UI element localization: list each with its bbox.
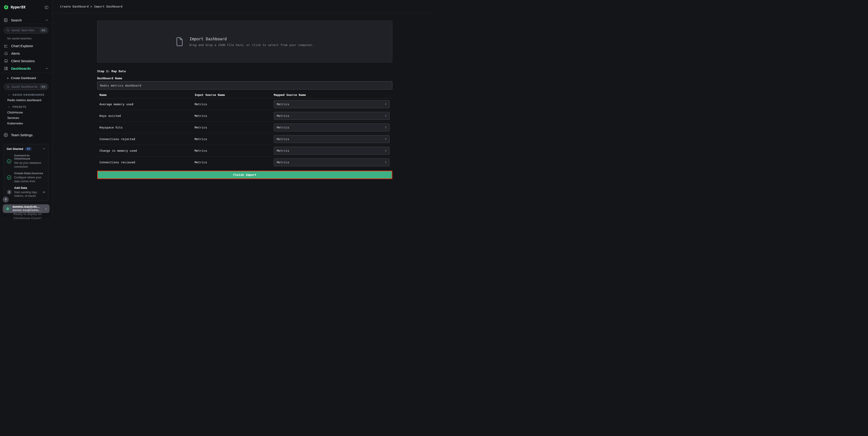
check-circle-icon: [7, 159, 11, 164]
sidebar-item-kubernetes[interactable]: Kubernetes: [0, 121, 52, 125]
mapped-source-select[interactable]: Metrics: [274, 112, 390, 120]
task-create-data-sources[interactable]: Create Data Sources Configure where your…: [7, 172, 45, 183]
chart-icon: [4, 44, 8, 48]
search-section-label: Search: [11, 18, 22, 22]
search-icon: [6, 85, 9, 88]
user-info: dominic.tran@clic... dominic.tran@clickh…: [12, 205, 42, 212]
cell-name: Average memory used: [97, 103, 194, 106]
nav-label: Chart Explorer: [11, 44, 33, 48]
dropzone-subtitle: Drag and drop a JSON file here, or click…: [190, 43, 314, 47]
chevron-down-icon: [7, 106, 10, 109]
cell-mapped-source: Metrics: [274, 135, 392, 143]
select-chevrons-icon: [384, 103, 388, 106]
sidebar: HyperDX Search Saved Searches ⌘K N: [0, 0, 52, 218]
search-icon: [6, 29, 9, 32]
select-value: Metrics: [277, 114, 289, 118]
app-logo[interactable]: HyperDX: [4, 5, 26, 10]
sidebar-item-chart-explorer[interactable]: Chart Explorer: [0, 42, 52, 50]
task-add-data[interactable]: 3 Add Data Start sending logs, metrics, …: [7, 186, 45, 198]
laptop-icon: [4, 59, 8, 63]
mapped-source-select[interactable]: Metrics: [274, 147, 390, 155]
sidebar-collapse-button[interactable]: [44, 5, 49, 9]
search-journal-icon: [4, 18, 8, 22]
sidebar-item-team-settings[interactable]: Team Settings: [0, 131, 52, 139]
app-name: HyperDX: [11, 5, 26, 9]
mapped-source-select[interactable]: Metrics: [274, 100, 390, 108]
cell-name: Keys evicted: [97, 114, 194, 118]
finish-import-button[interactable]: Finish Import: [97, 171, 392, 179]
cell-input-source: Metrics: [194, 137, 274, 141]
create-dashboard-button[interactable]: + Create Dashboard: [0, 76, 52, 80]
logo-row: HyperDX: [0, 4, 52, 11]
json-dropzone[interactable]: Import Dashboard Drag and drop a JSON fi…: [97, 21, 392, 62]
select-chevrons-icon: [384, 126, 388, 129]
get-started-progress-badge: 2/3: [25, 147, 32, 151]
select-value: Metrics: [277, 137, 289, 141]
select-chevrons-icon: [384, 114, 388, 117]
select-chevrons-icon: [384, 149, 388, 152]
main-area: Create Dashboard > Import Dashboard Impo…: [53, 0, 434, 218]
create-dashboard-label: Create Dashboard: [11, 76, 36, 80]
saved-dashboards-input[interactable]: Saved Dashboards ⌘K: [4, 84, 49, 90]
cell-input-source: Metrics: [194, 103, 274, 106]
shortcut-badge: ⌘K: [40, 85, 47, 89]
select-value: Metrics: [277, 103, 289, 106]
dropzone-title: Import Dashboard: [190, 37, 314, 41]
select-chevrons-icon: [384, 137, 388, 141]
sidebar-item-dashboards[interactable]: Dashboards: [0, 65, 52, 72]
sidebar-item-clickhouse[interactable]: ClickHouse: [0, 111, 52, 114]
saved-dashboards-placeholder: Saved Dashboards: [11, 85, 38, 88]
gear-icon: [4, 133, 8, 137]
deploy-promo-line2: ClickHouse Cloud?: [13, 216, 42, 218]
task-title: Connect to ClickHouse: [14, 154, 45, 161]
table-header-row: Name Input Source Name Mapped Source Nam…: [97, 91, 392, 98]
cell-name: Connections recieved: [97, 161, 194, 164]
table-row: Change in memory used Metrics Metrics: [97, 145, 392, 156]
mapped-source-select[interactable]: Metrics: [274, 135, 390, 143]
team-settings-label: Team Settings: [11, 133, 33, 137]
table-row: Connections recieved Metrics Metrics: [97, 156, 392, 168]
check-circle-icon: [7, 175, 11, 180]
sidebar-item-alerts[interactable]: Alerts: [0, 50, 52, 57]
panel-left-icon: [44, 5, 49, 9]
table-row: Keyspace hits Metrics Metrics: [97, 122, 392, 133]
table-row: Keys evicted Metrics Metrics: [97, 110, 392, 122]
saved-dashboards-section-header[interactable]: SAVED DASHBOARDS: [0, 93, 52, 96]
presets-section-header[interactable]: PRESETS: [0, 105, 52, 109]
user-name: dominic.tran@clic...: [12, 205, 42, 209]
select-value: Metrics: [277, 161, 289, 164]
chevron-up-icon: [45, 67, 49, 70]
plus-icon: +: [7, 76, 9, 80]
task-subtitle: Configure where your data comes from: [14, 176, 45, 183]
mapped-source-select[interactable]: Metrics: [274, 123, 390, 132]
dropzone-text: Import Dashboard Drag and drop a JSON fi…: [190, 37, 314, 47]
nav-label: Alerts: [11, 52, 20, 55]
help-button[interactable]: ?: [3, 197, 9, 203]
cell-mapped-source: Metrics: [274, 158, 392, 166]
sidebar-item-client-sessions[interactable]: Client Sessions: [0, 57, 52, 65]
cell-name: Connections rejected: [97, 137, 194, 141]
saved-searches-input[interactable]: Saved Searches ⌘K: [4, 27, 49, 33]
sidebar-item-search[interactable]: Search: [0, 17, 52, 24]
dashboard-name-input[interactable]: [97, 81, 392, 89]
mapped-source-select[interactable]: Metrics: [274, 158, 390, 166]
table-row: Average memory used Metrics Metrics: [97, 98, 392, 110]
task-connect-to-clickhouse[interactable]: Connect to ClickHouse Set up your databa…: [7, 154, 45, 169]
step-label: Step 2: Map Data: [97, 69, 392, 73]
cell-name: Keyspace hits: [97, 126, 194, 129]
get-started-header[interactable]: Get Started 2/3: [7, 147, 45, 151]
arrow-right-icon: [42, 190, 45, 194]
hyperdx-logo-icon: [4, 5, 9, 10]
sidebar-item-services[interactable]: Services: [0, 116, 52, 120]
chevron-down-icon: [7, 93, 10, 96]
cell-input-source: Metrics: [194, 161, 274, 164]
page-header: Create Dashboard > Import Dashboard: [53, 0, 434, 13]
cell-input-source: Metrics: [194, 114, 274, 118]
section-label: SAVED DASHBOARDS: [12, 93, 44, 96]
cell-mapped-source: Metrics: [274, 123, 392, 132]
sidebar-nav: Chart Explorer Alerts Client Sessions Da…: [0, 42, 52, 72]
user-menu[interactable]: D dominic.tran@clic... dominic.tran@clic…: [3, 204, 50, 213]
chevron-right-icon: [44, 207, 48, 210]
sidebar-item-redis-metrics-dashboard[interactable]: Redis metrics dashboard: [0, 98, 52, 102]
column-header-mapped-source: Mapped Source Name: [274, 93, 392, 96]
